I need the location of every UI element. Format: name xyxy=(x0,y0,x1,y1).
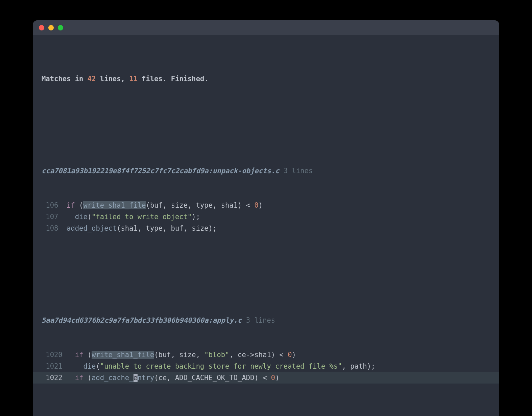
line-number: 1021 xyxy=(46,362,62,370)
line-number: 106 xyxy=(46,201,58,209)
titlebar xyxy=(33,20,499,35)
line-number: 1022 xyxy=(46,374,62,382)
code-row[interactable]: 1022 if (add_cache_entry(ce, ADD_CACHE_O… xyxy=(33,372,499,384)
code-row[interactable]: 108 added_object(sha1, type, buf, size); xyxy=(33,223,499,234)
line-number: 108 xyxy=(46,224,58,232)
result-header[interactable]: cca7081a93b192219e8f4f7252c7fc7c2cabfd9a… xyxy=(33,165,499,177)
summary-line: Matches in 42 lines, 11 files. Finished. xyxy=(33,73,499,85)
code-row[interactable]: 1020 if (write_sha1_file(buf, size, "blo… xyxy=(33,349,499,361)
result-header[interactable]: 5aa7d94cd6376b2c9a7fa7bdc33fb306b940360a… xyxy=(33,315,499,326)
minimize-icon[interactable] xyxy=(48,25,54,30)
maximize-icon[interactable] xyxy=(58,25,63,30)
code-row[interactable]: 1021 die("unable to create backing store… xyxy=(33,361,499,372)
code-row[interactable]: 106 if (write_sha1_file(buf, size, type,… xyxy=(33,200,499,211)
editor-content[interactable]: Matches in 42 lines, 11 files. Finished.… xyxy=(33,35,499,416)
line-number: 1020 xyxy=(46,351,62,359)
line-number: 107 xyxy=(46,213,58,221)
close-icon[interactable] xyxy=(39,25,44,30)
terminal-window: Matches in 42 lines, 11 files. Finished.… xyxy=(33,20,499,416)
code-row[interactable]: 107 die("failed to write object"); xyxy=(33,211,499,223)
